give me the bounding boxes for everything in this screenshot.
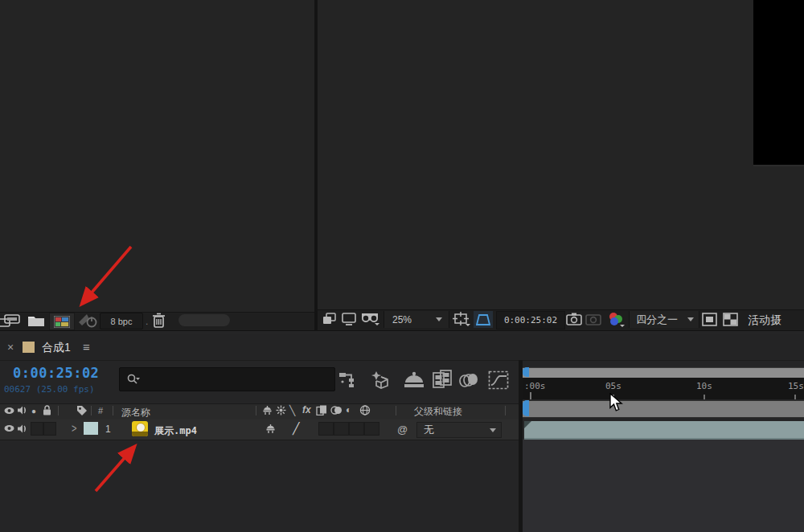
shy-column-icon[interactable] (262, 405, 273, 415)
label-column-tag-icon[interactable] (76, 405, 88, 415)
after-effects-window: 8 bpc . (0, 0, 804, 532)
search-input[interactable] (145, 373, 330, 386)
search-icon (127, 374, 140, 385)
layer-lock-box[interactable] (43, 422, 56, 436)
preview-timecode: 0:00:25:02 (504, 315, 557, 325)
draft-3d-icon[interactable] (370, 370, 392, 391)
magnification-value: 25% (392, 314, 412, 325)
search-box[interactable] (119, 367, 335, 391)
composition-viewer-panel (318, 0, 804, 331)
layer-quality-switch[interactable]: ╱ (293, 422, 299, 435)
layer-duration-bar[interactable] (524, 421, 804, 440)
project-flowchart-icon[interactable] (0, 314, 24, 327)
collapse-transformations-column-icon[interactable] (276, 405, 286, 415)
depth-dot: . (146, 316, 148, 327)
motion-blur-column-icon[interactable] (330, 405, 343, 415)
color-depth-label: 8 bpc (111, 317, 133, 326)
audio-column-speaker-icon[interactable] (17, 405, 27, 415)
composition-frame (753, 0, 804, 166)
chevron-down-icon (687, 317, 694, 321)
ruler-tick-label: 10s (696, 381, 712, 391)
graph-editor-icon[interactable] (488, 370, 509, 390)
header-divider (58, 406, 59, 415)
parent-value: 无 (424, 423, 434, 437)
layer-audio-icon[interactable] (17, 424, 27, 434)
lock-column-icon[interactable] (43, 405, 51, 415)
ruler-tick (530, 392, 531, 399)
time-ruler[interactable] (523, 378, 804, 399)
layer-fx-box[interactable] (318, 422, 334, 436)
layer-motion-blur-box[interactable] (349, 422, 364, 436)
camera-view-label[interactable]: 活动摄 (748, 313, 781, 328)
frame-blending-icon[interactable] (432, 370, 453, 390)
adjustment-layer-column-icon[interactable]: ◐ (346, 404, 351, 415)
ruler-tick-label: 15s (788, 381, 804, 391)
index-column-label[interactable]: # (98, 406, 103, 415)
chevron-down-icon (436, 317, 442, 321)
header-divider (113, 406, 113, 415)
media-thumbnail-icon[interactable] (132, 421, 148, 436)
monitor-icon[interactable] (342, 313, 356, 325)
project-panel (0, 0, 314, 331)
close-icon[interactable]: × (7, 341, 14, 354)
resolution-value: 四分之一 (636, 313, 678, 327)
layer-3d-box[interactable] (364, 422, 379, 436)
frame-blend-column-icon[interactable] (316, 405, 327, 415)
frame-info: 00627 (25.00 fps) (4, 384, 95, 395)
timeline-tab-bar (0, 334, 804, 361)
quality-column-icon[interactable]: ╲ (289, 405, 295, 416)
layer-number: 1 (105, 424, 111, 435)
checkerboard-icon[interactable] (723, 313, 738, 326)
work-area-bar[interactable] (523, 400, 804, 418)
resolution-dropdown[interactable]: 四分之一 (629, 311, 699, 328)
ruler-tick (704, 395, 705, 399)
mouse-cursor (609, 393, 623, 412)
color-depth-button[interactable]: 8 bpc (100, 313, 143, 329)
video-column-eye-icon[interactable] (4, 407, 14, 415)
region-of-interest-icon[interactable] (702, 313, 717, 326)
header-divider (396, 406, 396, 415)
preview-timecode-box[interactable]: 0:00:25:02 (496, 311, 565, 329)
mini-flowchart-icon[interactable] (338, 371, 358, 389)
footage-item-icon[interactable] (49, 313, 75, 330)
hide-shy-layers-icon[interactable] (403, 371, 425, 389)
panel-menu-icon[interactable]: ≡ (83, 340, 90, 354)
layer-solo-box[interactable] (31, 422, 43, 436)
layer-frame-blend-box[interactable] (334, 422, 349, 436)
new-folder-icon[interactable] (27, 314, 45, 327)
interpret-footage-icon[interactable] (77, 313, 98, 328)
channels-icon[interactable] (606, 312, 626, 328)
stereo-3d-icon[interactable] (360, 313, 379, 326)
always-preview-icon[interactable] (322, 313, 336, 325)
pickwhip-icon[interactable]: @ (397, 424, 408, 436)
transparency-grid-toggle-icon[interactable] (474, 311, 493, 328)
layer-shy-switch[interactable] (265, 424, 276, 434)
motion-blur-icon[interactable] (458, 371, 479, 389)
layer-in-point-notch (524, 421, 532, 429)
timeline-tab-title[interactable]: 合成1 (42, 341, 71, 355)
layer-label-swatch[interactable] (84, 422, 98, 435)
header-divider (91, 406, 92, 415)
magnification-dropdown[interactable]: 25% (384, 311, 449, 328)
ruler-tick-label: 05s (605, 381, 621, 391)
navigator-start-handle[interactable] (523, 367, 529, 377)
timeline-graph-area (523, 439, 804, 532)
layer-name[interactable]: 展示.mp4 (154, 424, 197, 438)
roi-icon[interactable] (453, 312, 470, 327)
project-scrollbar-thumb[interactable] (178, 314, 230, 326)
source-name-column-label[interactable]: 源名称 (121, 406, 150, 419)
fx-column-icon[interactable]: fx (302, 404, 311, 415)
solo-column-icon[interactable]: ● (31, 407, 36, 415)
trash-icon[interactable] (152, 313, 166, 328)
layer-eye-icon[interactable] (4, 424, 14, 432)
current-time-indicator[interactable] (523, 400, 529, 416)
show-snapshot-icon[interactable] (585, 313, 601, 325)
parent-link-column-label[interactable]: 父级和链接 (414, 405, 462, 419)
time-navigator-bar[interactable] (523, 367, 804, 379)
layer-expand-arrow[interactable]: > (72, 422, 76, 435)
snapshot-icon[interactable] (566, 313, 582, 325)
current-timecode[interactable]: 0:00:25:02 (13, 365, 99, 381)
3d-layer-column-icon[interactable] (359, 405, 371, 415)
chevron-down-icon (490, 428, 496, 432)
parent-dropdown[interactable]: 无 (416, 422, 502, 438)
